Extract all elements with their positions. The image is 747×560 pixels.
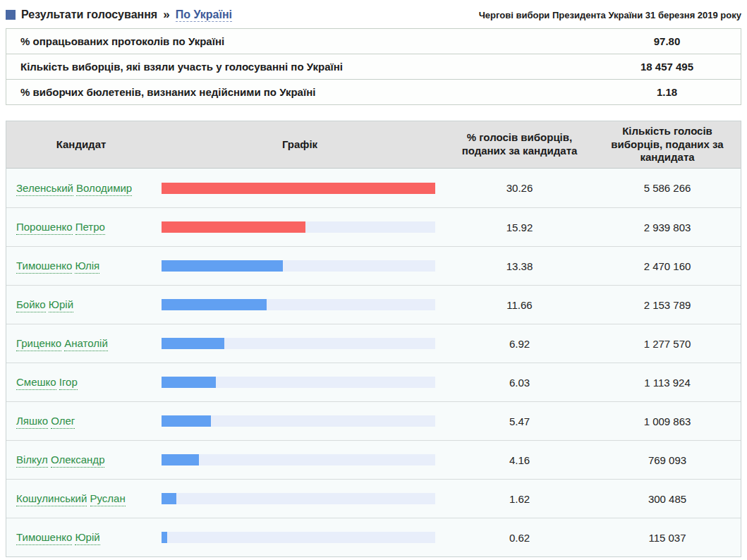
- graph-cell: [156, 260, 444, 272]
- votes-cell: 115 037: [595, 532, 739, 544]
- summary-row: % опрацьованих протоколів по Україні 97.…: [6, 28, 741, 54]
- bar-track: [162, 299, 435, 310]
- percent-cell: 4.16: [444, 454, 595, 466]
- summary-value: 18 457 495: [602, 61, 732, 73]
- bar-fill: [162, 377, 216, 388]
- votes-cell: 2 939 803: [595, 221, 739, 233]
- summary-row: Кількість виборців, які взяли участь у г…: [6, 54, 741, 79]
- percent-cell: 15.92: [444, 221, 595, 233]
- summary-value: 1.18: [602, 86, 732, 98]
- bar-track: [162, 183, 435, 194]
- candidate-last-name: Тимошенко: [16, 530, 72, 545]
- bar-fill: [162, 260, 283, 272]
- bar-track: [162, 415, 435, 427]
- candidate-cell: Тимошенко Юрій: [6, 530, 156, 545]
- results-table-body: Зеленський Володимир 30.26 5 586 266 Пор…: [6, 169, 741, 556]
- candidate-link[interactable]: Бойко Юрій: [16, 298, 73, 310]
- percent-cell: 5.47: [444, 415, 595, 427]
- candidate-last-name: Ляшко: [16, 413, 48, 429]
- bar-fill: [162, 338, 224, 349]
- candidate-link[interactable]: Гриценко Анатолій: [16, 337, 108, 349]
- summary-row: % виборчих бюлетенів, визнаних недійсним…: [6, 79, 741, 104]
- column-header-candidate: Кандидат: [6, 138, 156, 152]
- votes-cell: 5 586 266: [595, 182, 739, 194]
- percent-cell: 11.66: [444, 299, 595, 311]
- candidate-cell: Ляшко Олег: [6, 413, 156, 429]
- percent-cell: 30.26: [444, 182, 595, 194]
- candidate-link[interactable]: Тимошенко Юлія: [16, 260, 99, 272]
- candidate-cell: Смешко Ігор: [6, 375, 156, 390]
- candidate-cell: Порошенко Петро: [6, 219, 156, 235]
- bar-track: [162, 221, 435, 233]
- candidate-link[interactable]: Вілкул Олександр: [16, 454, 104, 465]
- candidate-cell: Кошулинський Руслан: [6, 491, 156, 506]
- candidate-last-name: Порошенко: [16, 219, 73, 235]
- results-table: Кандидат Графік % голосів виборців, пода…: [6, 121, 741, 557]
- graph-cell: [156, 454, 444, 465]
- table-row: Ляшко Олег 5.47 1 009 863: [6, 401, 741, 440]
- graph-cell: [156, 221, 444, 233]
- votes-cell: 300 485: [595, 493, 739, 505]
- breadcrumb-title: Результати голосування: [21, 8, 157, 21]
- percent-cell: 6.03: [444, 377, 595, 389]
- candidate-first-name: Петро: [75, 219, 105, 235]
- results-table-header: Кандидат Графік % голосів виборців, пода…: [6, 121, 741, 169]
- column-header-percent: % голосів виборців, поданих за кандидата: [444, 131, 595, 158]
- votes-cell: 1 277 570: [595, 338, 739, 350]
- bar-track: [162, 493, 435, 504]
- page-header: Результати голосування » По Україні Черг…: [6, 6, 741, 24]
- election-title: Чергові вибори Президента України 31 бер…: [479, 10, 741, 20]
- bar-fill: [162, 454, 199, 465]
- candidate-first-name: Анатолій: [64, 336, 107, 351]
- table-row: Вілкул Олександр 4.16 769 093: [6, 440, 741, 479]
- candidate-link[interactable]: Ляшко Олег: [16, 415, 75, 427]
- votes-cell: 769 093: [595, 454, 739, 466]
- candidate-first-name: Руслан: [90, 491, 126, 506]
- candidate-cell: Тимошенко Юлія: [6, 258, 156, 274]
- percent-cell: 6.92: [444, 338, 595, 350]
- bullet-square-icon: [6, 10, 16, 20]
- candidate-link[interactable]: Кошулинський Руслан: [16, 492, 126, 504]
- bar-fill: [162, 221, 305, 233]
- percent-cell: 0.62: [444, 532, 595, 544]
- graph-cell: [156, 299, 444, 310]
- graph-cell: [156, 183, 444, 194]
- bar-track: [162, 532, 435, 543]
- candidate-link[interactable]: Тимошенко Юрій: [16, 531, 100, 543]
- table-row: Зеленський Володимир 30.26 5 586 266: [6, 169, 741, 207]
- bar-track: [162, 377, 435, 388]
- bar-track: [162, 338, 435, 349]
- bar-fill: [162, 493, 176, 504]
- table-row: Порошенко Петро 15.92 2 939 803: [6, 207, 741, 246]
- candidate-last-name: Гриценко: [16, 336, 61, 351]
- percent-cell: 1.62: [444, 493, 595, 505]
- candidate-link[interactable]: Смешко Ігор: [16, 376, 78, 388]
- candidate-last-name: Тимошенко: [16, 258, 72, 274]
- candidate-first-name: Юрій: [75, 530, 99, 545]
- candidate-first-name: Юлія: [75, 258, 99, 274]
- region-link[interactable]: По Україні: [176, 8, 232, 22]
- candidate-last-name: Кошулинський: [16, 491, 87, 506]
- graph-cell: [156, 532, 444, 543]
- bar-fill: [162, 415, 211, 427]
- candidate-first-name: Олександр: [51, 452, 105, 468]
- candidate-cell: Зеленський Володимир: [6, 181, 156, 196]
- candidate-link[interactable]: Порошенко Петро: [16, 221, 105, 233]
- summary-label: % виборчих бюлетенів, визнаних недійсним…: [6, 86, 602, 98]
- candidate-cell: Гриценко Анатолій: [6, 336, 156, 351]
- bar-fill: [162, 532, 167, 543]
- table-row: Смешко Ігор 6.03 1 113 924: [6, 363, 741, 401]
- summary-label: Кількість виборців, які взяли участь у г…: [6, 61, 602, 73]
- votes-cell: 2 153 789: [595, 299, 739, 311]
- candidate-first-name: Володимир: [76, 181, 132, 196]
- candidate-last-name: Зеленський: [16, 181, 73, 196]
- graph-cell: [156, 338, 444, 349]
- candidate-first-name: Юрій: [49, 297, 73, 312]
- candidate-first-name: Ігор: [59, 375, 78, 390]
- candidate-link[interactable]: Зеленський Володимир: [16, 182, 132, 194]
- table-row: Бойко Юрій 11.66 2 153 789: [6, 285, 741, 324]
- column-header-graph: Графік: [156, 138, 444, 152]
- chevrons-right-icon: »: [163, 8, 169, 22]
- table-row: Тимошенко Юлія 13.38 2 470 160: [6, 246, 741, 285]
- percent-cell: 13.38: [444, 260, 595, 272]
